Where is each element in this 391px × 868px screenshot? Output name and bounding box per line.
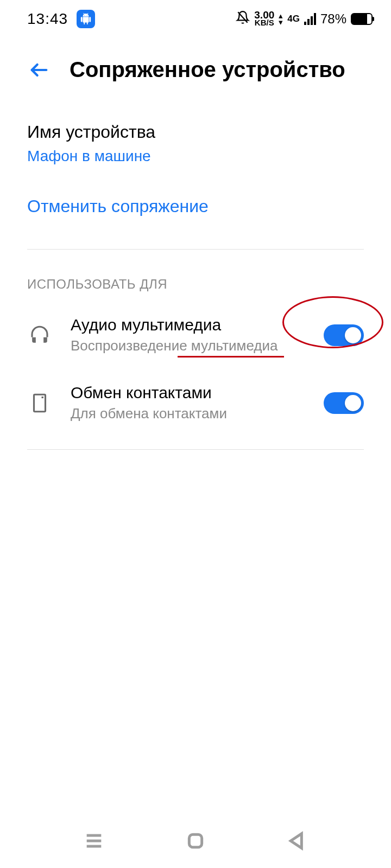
profile-media-audio-toggle[interactable] xyxy=(324,324,364,346)
status-bar-right: 3.00 KB/S ▴▾ 4G 78% xyxy=(236,10,373,28)
back-button[interactable] xyxy=(27,58,51,82)
svg-rect-2 xyxy=(34,394,46,412)
device-name-label: Имя устройства xyxy=(27,122,364,142)
battery-percentage: 78% xyxy=(320,11,346,27)
profile-contact-sharing-title: Обмен контактами xyxy=(71,384,305,402)
unpair-link[interactable]: Отменить сопряжение xyxy=(27,196,209,216)
profile-media-audio-row[interactable]: Аудио мультимедиа Воспроизведение мульти… xyxy=(27,303,364,371)
profile-contact-sharing-toggle[interactable] xyxy=(324,392,364,414)
unpair-row[interactable]: Отменить сопряжение xyxy=(27,169,364,249)
profile-contact-sharing-text: Обмен контактами Для обмена контактами xyxy=(71,384,305,422)
svg-marker-8 xyxy=(291,834,301,848)
profile-media-audio-subtitle: Воспроизведение мультимедиа xyxy=(71,337,305,354)
battery-icon xyxy=(351,13,373,25)
nav-recents-button[interactable] xyxy=(81,828,107,854)
network-type-indicator: 4G xyxy=(287,15,300,23)
device-name-row[interactable]: Имя устройства Мафон в машине xyxy=(27,98,364,169)
mute-icon xyxy=(236,10,250,28)
device-icon xyxy=(27,391,52,416)
status-bar-left: 13:43 xyxy=(27,10,95,28)
network-arrows-icon: ▴▾ xyxy=(279,12,283,25)
page-header: Сопряженное устройство xyxy=(0,38,391,98)
use-for-section-header: ИСПОЛЬЗОВАТЬ ДЛЯ xyxy=(27,250,364,303)
profile-media-audio-title: Аудио мультимедиа xyxy=(71,316,305,334)
status-bar: 13:43 3.00 KB/S ▴▾ 4G 78% xyxy=(0,0,391,38)
svg-rect-7 xyxy=(189,834,201,847)
nav-home-button[interactable] xyxy=(182,828,209,854)
profile-contact-sharing-subtitle: Для обмена контактами xyxy=(71,405,305,422)
divider xyxy=(27,449,364,450)
headphones-icon xyxy=(27,323,52,348)
page-title: Сопряженное устройство xyxy=(70,58,345,82)
system-navigation-bar xyxy=(0,814,391,868)
profile-contact-sharing-row[interactable]: Обмен контактами Для обмена контактами xyxy=(27,371,364,438)
signal-strength-icon xyxy=(304,13,316,25)
network-speed-indicator: 3.00 KB/S xyxy=(254,11,274,27)
profile-media-audio-text: Аудио мультимедиа Воспроизведение мульти… xyxy=(71,316,305,354)
nav-back-button[interactable] xyxy=(284,828,310,854)
status-time: 13:43 xyxy=(27,10,68,28)
annotation-underline xyxy=(178,356,284,358)
running-app-icon xyxy=(77,10,95,28)
device-name-value: Мафон в машине xyxy=(27,148,364,165)
